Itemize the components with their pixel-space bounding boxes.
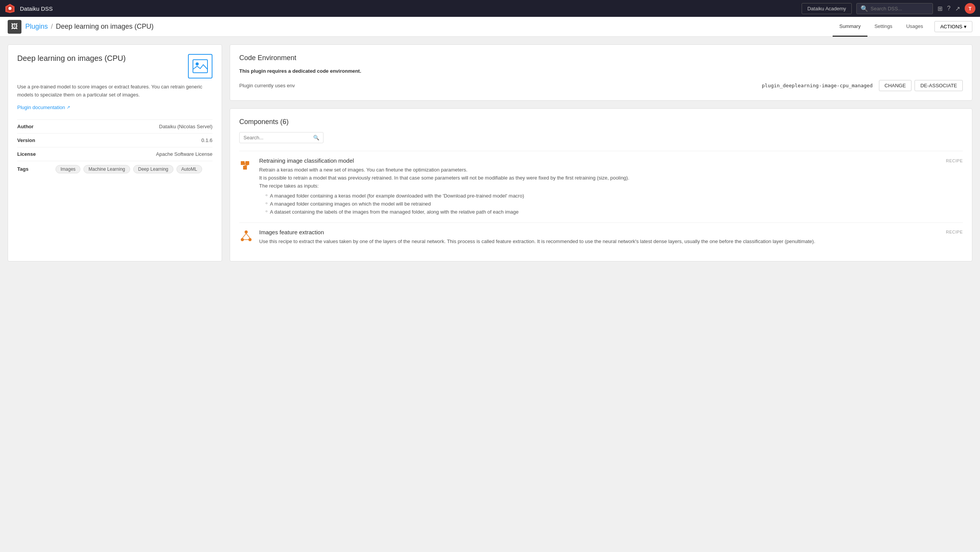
components-card: Components (6) 🔍 bbox=[230, 108, 972, 261]
env-name: plugin_deeplearning-image-cpu_managed bbox=[762, 83, 873, 88]
code-env-title: Code Environment bbox=[239, 54, 963, 62]
meta-tags: Tags Images Machine Learning Deep Learni… bbox=[17, 161, 212, 177]
code-env-card: Code Environment This plugin requires a … bbox=[230, 44, 972, 101]
tags-list: Images Machine Learning Deep Learning Au… bbox=[56, 165, 202, 173]
grid-icon[interactable]: ⊞ bbox=[938, 5, 942, 12]
component-feature-extraction: Images feature extraction RECIPE Use thi… bbox=[239, 222, 963, 252]
svg-rect-6 bbox=[245, 161, 249, 165]
svg-line-9 bbox=[245, 163, 245, 166]
retrain-icon bbox=[239, 157, 253, 171]
retrain-bullets: A managed folder containing a keras mode… bbox=[259, 192, 963, 216]
academy-link[interactable]: Dataiku Academy bbox=[802, 3, 852, 14]
feature-extraction-body: Images feature extraction RECIPE Use thi… bbox=[259, 229, 963, 246]
search-icon: 🔍 bbox=[861, 5, 868, 12]
trending-icon[interactable]: ↗ bbox=[955, 5, 960, 12]
breadcrumb-separator: / bbox=[51, 23, 53, 31]
breadcrumb-bar: 🖼 Plugins / Deep learning on images (CPU… bbox=[0, 17, 980, 37]
tag-ml: Machine Learning bbox=[83, 165, 130, 173]
app-title: Dataiku DSS bbox=[20, 5, 797, 12]
deassociate-button[interactable]: DE-ASSOCIATE bbox=[915, 80, 963, 91]
tab-bar: Summary Settings Usages ACTIONS ▾ bbox=[833, 17, 972, 37]
breadcrumb-parent[interactable]: Plugins bbox=[25, 23, 48, 31]
env-row: Plugin currently uses env plugin_deeplea… bbox=[239, 80, 963, 91]
breadcrumb-current: Deep learning on images (CPU) bbox=[56, 23, 154, 31]
avatar[interactable]: T bbox=[965, 3, 975, 14]
tab-settings[interactable]: Settings bbox=[867, 17, 899, 37]
meta-license: License Apache Software License bbox=[17, 147, 212, 161]
feature-extraction-icon bbox=[239, 229, 253, 243]
external-link-icon: ↗ bbox=[67, 105, 70, 110]
tag-images: Images bbox=[56, 165, 80, 173]
components-search-input[interactable] bbox=[243, 135, 311, 140]
svg-point-2 bbox=[8, 7, 11, 10]
retrain-type: RECIPE bbox=[946, 158, 963, 163]
svg-rect-7 bbox=[243, 166, 247, 170]
right-panel: Code Environment This plugin requires a … bbox=[230, 44, 972, 261]
feature-extraction-desc: Use this recipe to extract the values ta… bbox=[259, 238, 963, 246]
components-title: Components (6) bbox=[239, 118, 963, 126]
tag-automl: AutoML bbox=[176, 165, 202, 173]
code-env-required: This plugin requires a dedicated code en… bbox=[239, 68, 963, 74]
plugin-image-icon bbox=[188, 54, 212, 78]
search-input[interactable] bbox=[871, 6, 929, 11]
svg-point-4 bbox=[196, 62, 199, 65]
help-icon[interactable]: ? bbox=[947, 5, 951, 12]
component-retrain: Retraining image classification model RE… bbox=[239, 151, 963, 222]
breadcrumb: Plugins / Deep learning on images (CPU) bbox=[25, 23, 829, 31]
plugin-description: Use a pre-trained model to score images … bbox=[17, 83, 212, 99]
plugin-icon-small: 🖼 bbox=[8, 20, 21, 34]
plugin-info-panel: Deep learning on images (CPU) Use a pre-… bbox=[8, 44, 222, 261]
main-content: Deep learning on images (CPU) Use a pre-… bbox=[0, 37, 980, 269]
env-label: Plugin currently uses env bbox=[239, 83, 295, 88]
feature-extraction-type: RECIPE bbox=[946, 230, 963, 234]
search-bar: 🔍 bbox=[856, 3, 933, 14]
search-icon: 🔍 bbox=[313, 135, 319, 140]
feature-extraction-header: Images feature extraction RECIPE bbox=[259, 229, 963, 235]
svg-line-15 bbox=[246, 234, 250, 238]
plugin-meta: Author Dataiku (Nicolas Servel) Version … bbox=[17, 119, 212, 177]
retrain-name: Retraining image classification model bbox=[259, 157, 354, 164]
env-buttons: CHANGE DE-ASSOCIATE bbox=[879, 80, 963, 91]
feature-extraction-name: Images feature extraction bbox=[259, 229, 324, 235]
actions-button[interactable]: ACTIONS ▾ bbox=[934, 21, 972, 32]
tab-usages[interactable]: Usages bbox=[899, 17, 930, 37]
components-search-bar: 🔍 bbox=[239, 132, 323, 143]
plugin-title: Deep learning on images (CPU) bbox=[17, 54, 126, 63]
retrain-body: Retraining image classification model RE… bbox=[259, 157, 963, 216]
svg-rect-3 bbox=[193, 60, 207, 73]
chevron-down-icon: ▾ bbox=[964, 24, 967, 29]
retrain-header: Retraining image classification model RE… bbox=[259, 157, 963, 164]
change-button[interactable]: CHANGE bbox=[879, 80, 912, 91]
retrain-desc: Retrain a keras model with a new set of … bbox=[259, 166, 963, 216]
plugin-header: Deep learning on images (CPU) bbox=[17, 54, 212, 78]
topnav: Dataiku DSS Dataiku Academy 🔍 ⊞ ? ↗ T bbox=[0, 0, 980, 17]
svg-line-10 bbox=[245, 165, 248, 166]
svg-line-14 bbox=[242, 234, 246, 238]
meta-author: Author Dataiku (Nicolas Servel) bbox=[17, 119, 212, 133]
app-logo[interactable] bbox=[5, 3, 15, 14]
tag-deep-learning: Deep Learning bbox=[133, 165, 173, 173]
svg-point-11 bbox=[245, 230, 248, 234]
plugin-doc-link[interactable]: Plugin documentation ↗ bbox=[17, 105, 212, 110]
meta-version: Version 0.1.6 bbox=[17, 133, 212, 147]
tab-summary[interactable]: Summary bbox=[833, 17, 868, 37]
